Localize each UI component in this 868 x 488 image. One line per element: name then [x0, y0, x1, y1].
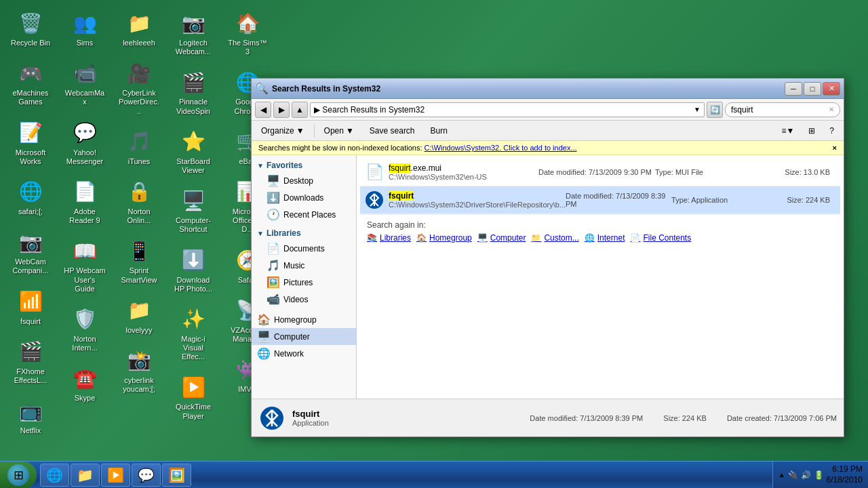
- nav-item-network[interactable]: 🌐 Network: [252, 345, 356, 362]
- desktop-icon-webcammax[interactable]: 📹 WebcamMax: [61, 57, 108, 109]
- libraries-label: Libraries: [267, 228, 301, 238]
- desktop-icon-img-quicktime: ▶️: [180, 373, 207, 401]
- desktop-icon-sims3[interactable]: 🏠 The Sims™ 3: [224, 7, 271, 59]
- view-list-button[interactable]: ≡▼: [775, 123, 800, 139]
- desktop-icon-computer-shortcut[interactable]: 🖥️ Computer- Shortcut: [170, 184, 217, 237]
- libraries-search-icon: 📚: [367, 233, 377, 243]
- taskbar-item-ie[interactable]: 🌐: [40, 464, 69, 487]
- nav-item-recent-places[interactable]: 🕐 Recent Places: [252, 206, 356, 223]
- address-path[interactable]: ▶ Search Results in System32 ▼: [310, 102, 705, 117]
- search-again-computer[interactable]: 🖥️ Computer: [477, 233, 526, 243]
- taskbar-item-image[interactable]: 🖼️: [162, 464, 191, 487]
- search-again-custom[interactable]: 📁 Custom...: [531, 233, 578, 243]
- desktop-icon-norton-internet[interactable]: 🛡️ Norton Intern...: [61, 303, 108, 355]
- tray-network-icon[interactable]: 🔌: [788, 470, 798, 480]
- view-details-button[interactable]: ⊞: [802, 123, 821, 139]
- desktop-icon-cyberlink-youcam[interactable]: 📸 cyberlink youcam;[;: [115, 344, 163, 396]
- desktop-icon-label-microsoft-works: Microsoft Works: [9, 148, 52, 166]
- forward-button[interactable]: ▶: [273, 102, 290, 118]
- desktop-icon-download-hp[interactable]: ⬇️ Download HP Photo...: [170, 244, 217, 296]
- nav-item-documents[interactable]: 📄 Documents: [252, 240, 356, 257]
- desktop-icon-logitech-webcam[interactable]: 📷 Logitech Webcam...: [170, 7, 217, 59]
- search-again-file-contents[interactable]: 📄 File Contents: [630, 233, 691, 243]
- desktop-icon-img-computer-shortcut: 🖥️: [180, 187, 207, 214]
- start-button[interactable]: ⊞: [0, 462, 37, 489]
- nav-item-homegroup[interactable]: 🏠 Homegroup: [252, 311, 356, 328]
- date-created-label: Date created:: [727, 414, 772, 422]
- desktop-icon-fxhome[interactable]: 🎬 FXhome EffectsL...: [7, 336, 54, 388]
- desktop-icon-fsquirt[interactable]: 📶 fsquirt: [7, 285, 54, 329]
- up-button[interactable]: ▲: [292, 102, 308, 118]
- desktop-icon-img-norton-internet: 🛡️: [71, 306, 98, 333]
- desktop-icon-itunes[interactable]: 🎵 iTunes: [115, 125, 163, 169]
- table-row[interactable]: fsquirt C:\Windows\System32\DriverStore\…: [360, 186, 840, 214]
- desktop-icon-recycle-bin[interactable]: 🗑️ Recycle Bin: [7, 7, 54, 50]
- open-button[interactable]: Open ▼: [318, 123, 360, 139]
- tray-volume-icon[interactable]: 🔊: [801, 470, 811, 480]
- organize-button[interactable]: Organize ▼: [255, 123, 311, 139]
- info-bar-close-icon[interactable]: ×: [833, 144, 837, 152]
- taskbar-item-media[interactable]: ▶️: [101, 464, 130, 487]
- file-icon-bt: [363, 189, 385, 211]
- nav-item-videos[interactable]: 📹 Videos: [252, 291, 356, 308]
- tray-hide-icon[interactable]: ▲: [778, 471, 785, 479]
- desktop-icon-lovelyyy[interactable]: 📁 lovelyyy: [115, 294, 163, 338]
- taskbar-item-skype[interactable]: 💬: [132, 464, 161, 487]
- desktop-icon-sims[interactable]: 👥 Sims: [61, 7, 108, 50]
- help-button[interactable]: ?: [823, 123, 840, 139]
- nav-item-downloads[interactable]: ⬇️ Downloads: [252, 189, 356, 206]
- clock-date: 6/18/2010: [827, 475, 863, 486]
- nav-item-desktop[interactable]: 🖥️ Desktop: [252, 172, 356, 189]
- desktop-icon-skype[interactable]: ☎️ Skype: [61, 362, 108, 405]
- organize-label: Organize: [261, 126, 294, 136]
- desktop-icon-yahoo-messenger[interactable]: 💬 Yahoo! Messenger: [61, 117, 108, 169]
- nav-item-music[interactable]: 🎵 Music: [252, 257, 356, 274]
- refresh-button[interactable]: 🔄: [707, 102, 723, 118]
- desktop-icon-cyberlink[interactable]: 🎥 CyberLink PowerDirec...: [115, 57, 163, 119]
- desktop-icon-label-sims3: The Sims™ 3: [226, 39, 269, 56]
- desktop-icon-microsoft-works[interactable]: 📝 Microsoft Works: [7, 117, 54, 169]
- desktop-icon-starboard-viewer[interactable]: ⭐ StarBoard Viewer: [170, 125, 217, 178]
- desktop-icon-adobe-reader[interactable]: 📄 Adobe Reader 9: [61, 176, 108, 228]
- taskbar-item-folder[interactable]: 📁: [71, 464, 100, 487]
- tray-battery-icon[interactable]: 🔋: [814, 470, 824, 480]
- favorites-header[interactable]: ▼ Favorites: [252, 159, 356, 172]
- desktop-icon-emachines-games[interactable]: 🎮 eMachines Games: [7, 57, 54, 109]
- search-again-internet[interactable]: 🌐 Internet: [585, 233, 625, 243]
- desktop-icon-sprint-smartview[interactable]: 📱 Sprint SmartView: [115, 235, 163, 287]
- favorites-arrow-icon: ▼: [257, 162, 264, 169]
- desktop-icon-leehleeeh[interactable]: 📁 leehleeeh: [115, 7, 163, 50]
- burn-button[interactable]: Burn: [425, 123, 454, 139]
- info-bar-link[interactable]: C:\Windows\System32. Click to add to ind…: [425, 144, 577, 152]
- desktop-icon-safari[interactable]: 🌐 safari;[;: [7, 176, 54, 219]
- file-date-modified-mui: Date modified: 7/13/2009 9:30 PM: [538, 168, 655, 176]
- close-button[interactable]: ✕: [823, 82, 840, 96]
- minimize-button[interactable]: ─: [785, 82, 802, 96]
- clock[interactable]: 6:19 PM 6/18/2010: [827, 464, 863, 485]
- desktop-icon-netflix[interactable]: 📺 Netflix: [7, 394, 54, 438]
- save-search-button[interactable]: Save search: [363, 123, 421, 139]
- desktop-icon-hp-webcam[interactable]: 📖 HP Webcam User's Guide: [61, 235, 108, 296]
- table-row[interactable]: 📄 fsquirt.exe.mui C:\Windows\System32\en…: [360, 159, 840, 186]
- search-again-homegroup[interactable]: 🏠 Homegroup: [416, 233, 472, 243]
- address-dropdown-icon[interactable]: ▼: [694, 106, 701, 113]
- desktop-icon-label-sims: Sims: [77, 39, 93, 47]
- back-button[interactable]: ◀: [255, 102, 271, 118]
- libraries-header[interactable]: ▼ Libraries: [252, 226, 356, 240]
- desktop-icon-label-adobe-reader: Adobe Reader 9: [64, 207, 106, 225]
- maximize-button[interactable]: □: [804, 82, 821, 96]
- nav-item-computer[interactable]: 🖥️ Computer: [252, 328, 356, 345]
- desktop-icon-label-yahoo-messenger: Yahoo! Messenger: [64, 148, 106, 166]
- search-input[interactable]: [731, 105, 819, 115]
- nav-item-pictures[interactable]: 🖼️ Pictures: [252, 274, 356, 291]
- search-again-libraries[interactable]: 📚 Libraries: [367, 233, 411, 243]
- desktop-icon-magic-visual[interactable]: ✨ Magic-i Visual Effec...: [170, 303, 217, 365]
- desktop-icon-quicktime[interactable]: ▶️ QuickTime Player: [170, 371, 217, 423]
- search-clear-icon[interactable]: ✕: [829, 106, 834, 113]
- music-nav-icon: 🎵: [267, 259, 280, 272]
- desktop-icon-webcam-compani[interactable]: 📷 WebCam Compani...: [7, 226, 54, 278]
- desktop-icon-norton-online[interactable]: 🔒 Norton Onlin...: [115, 176, 163, 228]
- explorer-window: 🔍 Search Results in System32 ─ □ ✕ ◀ ▶ ▲…: [251, 78, 844, 437]
- file-name-highlight-bt: fsquirt: [389, 191, 414, 201]
- desktop-icon-pinnacle[interactable]: 🎬 Pinnacle VideoSpin: [170, 66, 217, 118]
